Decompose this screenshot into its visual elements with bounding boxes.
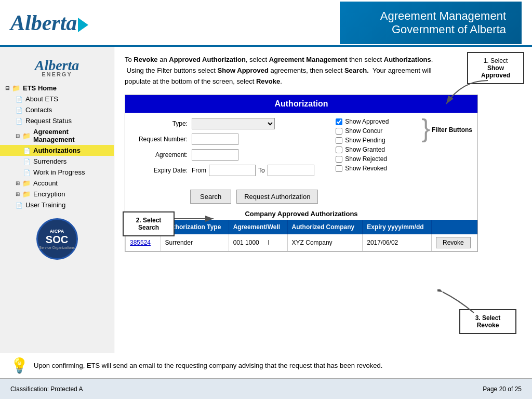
sidebar: Alberta ENERGY ⊟ ETS Home About ETS Cont… [0,47,114,378]
agreement-label: Agreement: [130,151,188,158]
sidebar-item-ets-home[interactable]: ⊟ ETS Home [0,83,114,94]
main-content: To Revoke an Approved Authorization, sel… [114,47,532,378]
doc-icon [16,95,23,103]
callout-3-text: 3. Select Revoke [475,314,501,329]
col-action [432,220,477,234]
soc-badge: AICPA SOC Service Organizations [0,210,114,268]
agreement-input[interactable] [192,149,238,161]
sidebar-energy-label: ENERGY [5,71,109,77]
callout-3-box: 3. Select Revoke [459,309,516,334]
sidebar-item-label: Encryption [33,190,65,198]
soc-label: SOC [46,234,68,246]
type-row: Type: [130,118,330,129]
expiry-date-row: Expiry Date: From To [130,165,330,176]
show-granted-label: Show Granted [345,146,385,153]
sidebar-item-label: About ETS [25,95,58,103]
show-concur-checkbox[interactable] [336,128,342,135]
sidebar-item-authorizations[interactable]: Authorizations [0,145,114,156]
sidebar-item-agreement-management[interactable]: ⊟ Agreement Management [0,126,114,145]
expiry-date-label: Expiry Date: [130,167,188,174]
doc-icon [16,117,23,125]
expand-icon: ⊟ [16,133,20,139]
show-pending-checkbox[interactable] [336,137,342,144]
request-number-label: Request Number: [130,136,188,143]
page-number: Page 20 of 25 [483,385,522,393]
form-title: Authorization [274,99,328,108]
request-number-row: Request Number: [130,134,330,145]
from-label: From [192,167,206,174]
sidebar-item-about-ets[interactable]: About ETS [0,94,114,104]
search-button[interactable]: Search [190,190,231,204]
doc-icon [23,168,31,176]
revoke-button[interactable]: Revoke [436,237,471,248]
expand-icon: ⊟ [5,85,9,91]
bottom-note: 💡 Upon confirming, ETS will send an emai… [0,353,532,378]
alberta-logo-text: Alberta [10,10,77,35]
sidebar-logo: Alberta ENERGY [0,52,114,83]
doc-icon [23,147,31,154]
soc-circle: AICPA SOC Service Organizations [36,218,78,260]
show-rejected-label: Show Rejected [345,155,387,163]
agreement-well-cell: 001 1000 I [229,234,287,251]
show-pending-row: Show Pending [336,137,419,144]
show-granted-row: Show Granted [336,146,419,153]
folder-icon [12,84,20,92]
type-label: Type: [130,120,188,127]
to-label: To [258,167,265,174]
main-layout: Alberta ENERGY ⊟ ETS Home About ETS Cont… [0,47,532,378]
page-title: Agreement Management Government of Alber… [355,9,506,36]
auth-type-cell: Surrender [161,234,229,251]
brace-icon: } [421,115,430,141]
authorized-company-cell: XYZ Company [287,234,363,251]
filter-label-area: } Filter Buttons [421,118,472,141]
expiry-cell: 2017/06/02 [363,234,432,251]
show-revoked-label: Show Revoked [345,165,387,172]
type-select[interactable] [192,118,275,129]
request-authorization-button[interactable]: Request Authorization [236,190,318,204]
sidebar-item-user-training[interactable]: User Training [0,200,114,210]
aicpa-label: AICPA [50,229,64,234]
sidebar-item-encryption[interactable]: ⊞ Encryption [0,189,114,200]
logo-arrow-icon [78,18,88,32]
show-granted-checkbox[interactable] [336,147,342,153]
col-expiry: Expiry yyyy/mm/dd [363,220,432,234]
show-revoked-checkbox[interactable] [336,165,342,172]
sidebar-item-work-in-progress[interactable]: Work in Progress [0,167,114,178]
expand-icon: ⊞ [16,191,20,197]
show-approved-checkbox[interactable] [336,118,342,125]
classification-label: Classification: Protected A [10,385,83,393]
folder-icon [22,190,31,198]
bottom-note-text: Upon confirming, ETS will send an email … [34,362,382,369]
action-cell: Revoke [432,234,477,251]
show-concur-label: Show Concur [345,127,382,135]
sidebar-item-account[interactable]: ⊞ Account [0,178,114,189]
form-header: Authorization [125,95,477,113]
doc-icon [23,157,31,165]
sidebar-item-surrenders[interactable]: Surrenders [0,156,114,167]
callout-1-container: 1. Select Show Approved [467,52,524,84]
show-approved-row: Show Approved [336,118,419,125]
sidebar-item-label: Authorizations [33,147,81,154]
sidebar-item-request-status[interactable]: Request Status [0,115,114,126]
sidebar-item-label: Agreement Management [33,128,110,143]
show-rejected-checkbox[interactable] [336,156,342,163]
folder-icon [22,132,31,140]
agreement-row: Agreement: [130,149,330,161]
request-number-input[interactable] [192,134,238,145]
callout-1-arrow [436,78,488,109]
expiry-from-input[interactable] [209,165,256,176]
filter-buttons-label: Filter Buttons [432,126,472,134]
show-approved-label: Show Approved [345,118,389,125]
page-footer: Classification: Protected A Page 20 of 2… [0,378,532,399]
bulb-icon: 💡 [10,357,29,374]
logo-area: Alberta [10,10,88,35]
form-fields: Type: Request Number: Agreement: [130,118,330,180]
sidebar-item-contacts[interactable]: Contacts [0,104,114,115]
expiry-to-input[interactable] [268,165,314,176]
request-number-cell[interactable]: 385524 [126,234,161,251]
instructions-text: To Revoke an Approved Authorization, sel… [125,55,436,87]
sidebar-item-label: User Training [25,201,65,209]
form-body: Type: Request Number: Agreement: [125,113,477,185]
sidebar-item-label: Request Status [25,117,72,125]
callout-2-box: 2. Select Search [123,211,175,236]
